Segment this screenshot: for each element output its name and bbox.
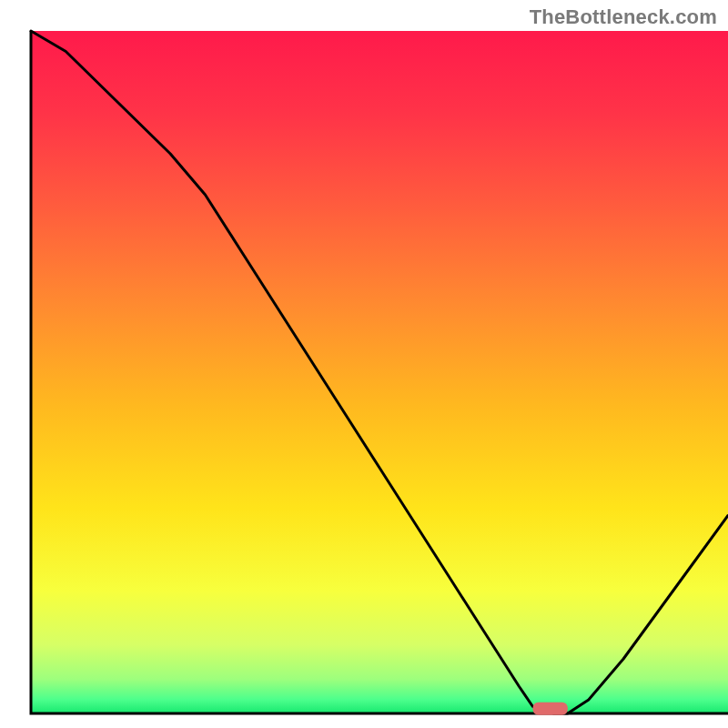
optimal-marker xyxy=(533,703,568,715)
watermark-text: TheBottleneck.com xyxy=(530,5,717,29)
bottleneck-chart xyxy=(0,0,728,728)
gradient-background xyxy=(31,31,728,713)
chart-container: TheBottleneck.com xyxy=(0,0,728,728)
